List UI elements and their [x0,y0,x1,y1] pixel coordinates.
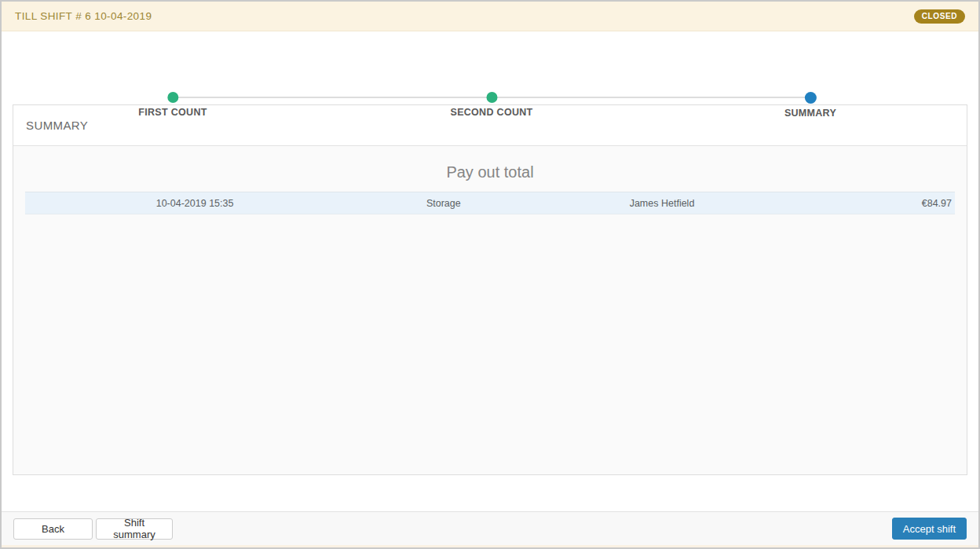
payout-datetime: 10-04-2019 15:35 [25,198,364,209]
summary-panel-title: SUMMARY [26,119,88,132]
payout-section-title: Pay out total [25,163,955,181]
header-bar: TILL SHIFT # 6 10-04-2019 CLOSED [2,2,978,31]
payout-category: Storage [364,198,522,209]
step-dot-icon [167,92,178,103]
payout-employee: James Hetfield [522,198,801,209]
payout-table-row: 10-04-2019 15:35 Storage James Hetfield … [25,192,955,214]
step-second-count[interactable]: SECOND COUNT [451,92,533,118]
till-shift-window: TILL SHIFT # 6 10-04-2019 CLOSED FIRST C… [0,0,980,549]
step-label: SECOND COUNT [451,107,533,118]
step-dot-icon [805,92,817,104]
footer-bar: Back Shift summary Accept shift [2,511,978,547]
shift-summary-button[interactable]: Shift summary [96,518,173,540]
content-spacer [2,475,978,511]
step-label: FIRST COUNT [138,107,207,118]
wizard-stepper: FIRST COUNT SECOND COUNT SUMMARY [2,31,978,104]
page-title: TILL SHIFT # 6 10-04-2019 [15,10,152,22]
back-button[interactable]: Back [13,518,93,540]
step-summary[interactable]: SUMMARY [784,92,836,119]
summary-panel: SUMMARY Pay out total 10-04-2019 15:35 S… [13,104,967,475]
accept-shift-button[interactable]: Accept shift [892,518,967,540]
summary-panel-body: Pay out total 10-04-2019 15:35 Storage J… [13,146,967,474]
status-badge: CLOSED [914,9,965,24]
step-dot-icon [486,92,497,103]
step-first-count[interactable]: FIRST COUNT [138,92,207,118]
step-label: SUMMARY [784,108,836,119]
payout-amount: €84.97 [802,198,955,209]
